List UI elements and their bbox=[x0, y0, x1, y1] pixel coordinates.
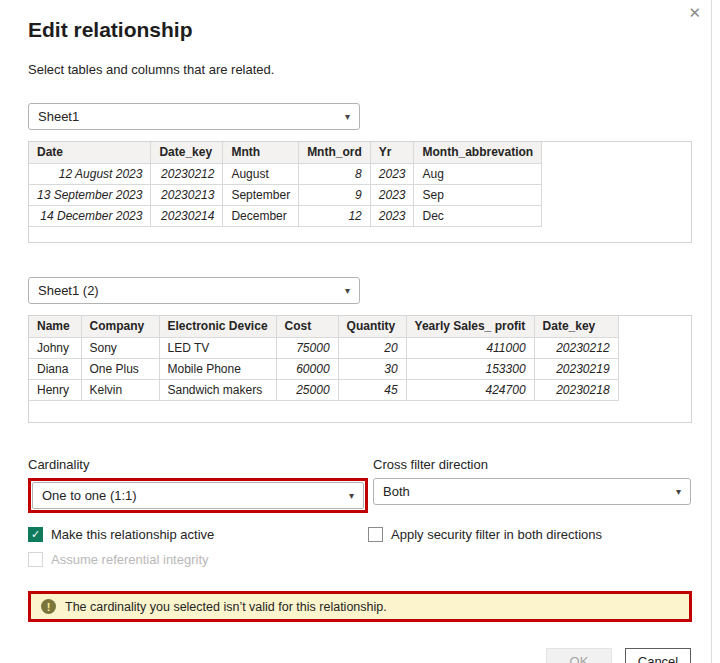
edit-relationship-dialog: ✕ Edit relationship Select tables and co… bbox=[0, 0, 712, 663]
cardinality-dropdown[interactable]: One to one (1:1) ▾ bbox=[32, 482, 364, 509]
relationship-options: Cardinality One to one (1:1) ▾ Cross fil… bbox=[28, 457, 691, 513]
cardinality-value: One to one (1:1) bbox=[42, 488, 137, 503]
table-cell[interactable]: Sandwich makers bbox=[159, 379, 276, 400]
table-cell[interactable]: December bbox=[223, 205, 299, 226]
table-row: 14 December 202320230214December122023De… bbox=[29, 205, 542, 226]
table-cell[interactable]: 20230218 bbox=[534, 379, 618, 400]
checkbox-icon[interactable]: ✓ bbox=[28, 527, 43, 542]
checkbox-make-active[interactable]: ✓ Make this relationship active bbox=[28, 527, 368, 542]
close-icon[interactable]: ✕ bbox=[684, 2, 705, 24]
checkbox-icon[interactable]: ✓ bbox=[368, 527, 383, 542]
column-header[interactable]: Month_abbrevation bbox=[414, 142, 542, 163]
table1-grid: DateDate_keyMnthMnth_ordYrMonth_abbrevat… bbox=[29, 142, 542, 227]
table2-grid: NameCompanyElectronic DeviceCostQuantity… bbox=[29, 316, 619, 401]
table-row: DianaOne PlusMobile Phone600003015330020… bbox=[29, 358, 618, 379]
table1-selector-value: Sheet1 bbox=[38, 109, 79, 124]
column-header[interactable]: Company bbox=[81, 316, 159, 337]
table-cell[interactable]: 20230213 bbox=[151, 184, 223, 205]
table-row: 12 August 202320230212August82023Aug bbox=[29, 163, 542, 184]
column-header[interactable]: Date_key bbox=[534, 316, 618, 337]
table-cell[interactable]: 14 December 2023 bbox=[29, 205, 151, 226]
warning-highlight: ! The cardinality you selected isn’t val… bbox=[28, 591, 692, 622]
table-cell[interactable]: Sep bbox=[414, 184, 542, 205]
table-cell[interactable]: 411000 bbox=[406, 337, 534, 358]
table-cell[interactable]: Henry bbox=[29, 379, 81, 400]
table-cell[interactable]: 2023 bbox=[370, 184, 414, 205]
table-cell[interactable]: Aug bbox=[414, 163, 542, 184]
cancel-button[interactable]: Cancel bbox=[625, 648, 691, 663]
checkbox-referential-integrity: ✓ Assume referential integrity bbox=[28, 552, 691, 567]
column-header[interactable]: Date bbox=[29, 142, 151, 163]
dialog-subtitle: Select tables and columns that are relat… bbox=[28, 62, 691, 77]
table-cell[interactable]: 2023 bbox=[370, 205, 414, 226]
cross-filter-label: Cross filter direction bbox=[373, 457, 691, 472]
chevron-down-icon: ▾ bbox=[345, 285, 350, 296]
table1-preview: DateDate_keyMnthMnth_ordYrMonth_abbrevat… bbox=[28, 141, 692, 243]
dialog-footer: OK Cancel bbox=[28, 648, 691, 663]
table-cell[interactable]: Sony bbox=[81, 337, 159, 358]
table-cell[interactable]: 25000 bbox=[276, 379, 338, 400]
table-cell[interactable]: 20230214 bbox=[151, 205, 223, 226]
table-cell[interactable]: 2023 bbox=[370, 163, 414, 184]
column-header[interactable]: Cost bbox=[276, 316, 338, 337]
column-header[interactable]: Date_key bbox=[151, 142, 223, 163]
column-header[interactable]: Mnth_ord bbox=[299, 142, 371, 163]
cross-filter-dropdown[interactable]: Both ▾ bbox=[373, 478, 691, 505]
table-cell[interactable]: One Plus bbox=[81, 358, 159, 379]
table-cell[interactable]: Kelvin bbox=[81, 379, 159, 400]
table-cell[interactable]: 20230219 bbox=[534, 358, 618, 379]
chevron-down-icon: ▾ bbox=[676, 486, 681, 497]
checkbox-icon: ✓ bbox=[28, 552, 43, 567]
column-header[interactable]: Mnth bbox=[223, 142, 299, 163]
cross-filter-value: Both bbox=[383, 484, 410, 499]
table2-selector-value: Sheet1 (2) bbox=[38, 283, 99, 298]
chevron-down-icon: ▾ bbox=[349, 490, 354, 501]
table-cell[interactable]: Dec bbox=[414, 205, 542, 226]
column-header[interactable]: Name bbox=[29, 316, 81, 337]
table-cell[interactable]: 20230212 bbox=[151, 163, 223, 184]
column-header[interactable]: Yearly Sales_ profit bbox=[406, 316, 534, 337]
cardinality-highlight: One to one (1:1) ▾ bbox=[28, 478, 368, 513]
table-cell[interactable]: 45 bbox=[338, 379, 406, 400]
table-cell[interactable]: 12 August 2023 bbox=[29, 163, 151, 184]
table-cell[interactable]: 60000 bbox=[276, 358, 338, 379]
ok-button[interactable]: OK bbox=[546, 648, 612, 663]
column-header[interactable]: Electronic Device bbox=[159, 316, 276, 337]
checkbox-section: ✓ Make this relationship active ✓ Apply … bbox=[28, 527, 691, 567]
column-header[interactable]: Quantity bbox=[338, 316, 406, 337]
warning-icon: ! bbox=[41, 599, 56, 614]
table-cell[interactable]: 20230212 bbox=[534, 337, 618, 358]
table-cell[interactable]: Diana bbox=[29, 358, 81, 379]
table-cell[interactable]: Johny bbox=[29, 337, 81, 358]
table-row: 13 September 202320230213September92023S… bbox=[29, 184, 542, 205]
header-row: NameCompanyElectronic DeviceCostQuantity… bbox=[29, 316, 618, 337]
checkbox-security-filter[interactable]: ✓ Apply security filter in both directio… bbox=[368, 527, 602, 542]
table-cell[interactable]: 8 bbox=[299, 163, 371, 184]
table-cell[interactable]: LED TV bbox=[159, 337, 276, 358]
table-cell[interactable]: 12 bbox=[299, 205, 371, 226]
warning-text: The cardinality you selected isn’t valid… bbox=[65, 600, 387, 614]
table-cell[interactable]: August bbox=[223, 163, 299, 184]
table-cell[interactable]: 9 bbox=[299, 184, 371, 205]
table2-preview: NameCompanyElectronic DeviceCostQuantity… bbox=[28, 315, 692, 423]
table-cell[interactable]: 20 bbox=[338, 337, 406, 358]
column-header[interactable]: Yr bbox=[370, 142, 414, 163]
dialog-title: Edit relationship bbox=[28, 18, 691, 42]
table1-selector[interactable]: Sheet1 ▾ bbox=[28, 103, 360, 130]
table-cell[interactable]: September bbox=[223, 184, 299, 205]
table-cell[interactable]: 424700 bbox=[406, 379, 534, 400]
checkbox-label: Apply security filter in both directions bbox=[391, 527, 602, 542]
table-cell[interactable]: 13 September 2023 bbox=[29, 184, 151, 205]
warning-banner: ! The cardinality you selected isn’t val… bbox=[31, 594, 689, 619]
table2-selector[interactable]: Sheet1 (2) ▾ bbox=[28, 277, 360, 304]
table-cell[interactable]: 153300 bbox=[406, 358, 534, 379]
table-cell[interactable]: 75000 bbox=[276, 337, 338, 358]
header-row: DateDate_keyMnthMnth_ordYrMonth_abbrevat… bbox=[29, 142, 542, 163]
table-row: JohnySonyLED TV750002041100020230212 bbox=[29, 337, 618, 358]
cardinality-label: Cardinality bbox=[28, 457, 373, 472]
table-cell[interactable]: Mobile Phone bbox=[159, 358, 276, 379]
table-cell[interactable]: 30 bbox=[338, 358, 406, 379]
table-row: HenryKelvinSandwich makers25000454247002… bbox=[29, 379, 618, 400]
check-icon: ✓ bbox=[31, 529, 40, 540]
checkbox-label: Make this relationship active bbox=[51, 527, 214, 542]
